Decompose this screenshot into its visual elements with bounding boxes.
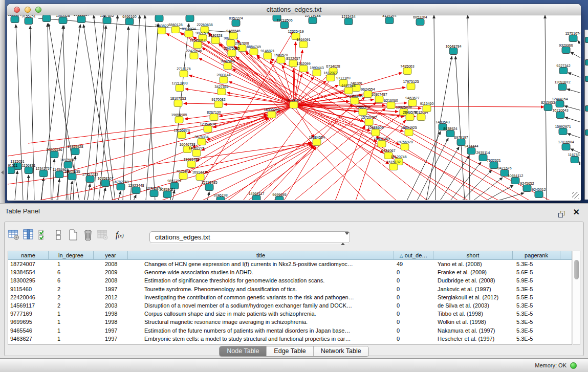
graph-edge[interactable] (565, 117, 580, 122)
table-row[interactable]: 911546021997Tourette syndrome. Phenomeno… (8, 285, 572, 293)
graph-node[interactable]: 7485063 (400, 64, 414, 75)
graph-node[interactable]: 12213393 (171, 81, 187, 92)
window-titlebar[interactable]: citations_edges.txt (7, 4, 581, 15)
graph-node[interactable]: 18107553 (170, 97, 186, 107)
graph-edge[interactable] (207, 192, 209, 200)
graph-node[interactable]: 2718176 (177, 67, 190, 77)
graph-node[interactable]: 7986372 (356, 105, 369, 116)
graph-edge[interactable] (473, 178, 503, 200)
graph-node[interactable]: 8267130 (207, 111, 221, 121)
graph-node[interactable]: 12093872 (554, 80, 570, 91)
graph-node[interactable]: 9242848 (221, 59, 234, 70)
graph-edge[interactable] (118, 191, 121, 200)
graph-edge[interactable] (567, 89, 580, 93)
graph-edge[interactable] (223, 146, 314, 200)
graph-edge[interactable] (189, 75, 294, 105)
graph-edge[interactable] (48, 24, 51, 200)
network-svg[interactable]: 1872400722420046271817612213393181075531… (8, 15, 580, 200)
tab-network-table[interactable]: Network Table (314, 346, 368, 356)
function-builder-icon[interactable]: f(x) (116, 230, 124, 239)
graph-edge[interactable] (462, 170, 492, 200)
network-canvas[interactable]: 1872400722420046271817612213393181075531… (8, 15, 580, 200)
graph-node[interactable]: 1527602 (100, 15, 114, 24)
graph-edge[interactable] (571, 52, 580, 58)
table-row[interactable]: 946554611997Estimation of the future num… (8, 326, 572, 335)
graph-edge[interactable] (224, 104, 294, 105)
column-header-short[interactable]: short (433, 251, 513, 260)
graph-node[interactable]: 7963822 (155, 24, 168, 34)
table-row[interactable]: 1830029562008Estimation of significance … (8, 276, 572, 285)
graph-node[interactable]: 22420046 (186, 49, 202, 59)
graph-node[interactable]: 8124544 (382, 15, 396, 24)
graph-node[interactable]: 1864091 (296, 38, 310, 48)
column-header-out_de[interactable]: △out_de… (394, 251, 433, 260)
graph-node[interactable]: 1362099 (296, 62, 310, 72)
tab-node-table[interactable]: Node Table (220, 346, 267, 356)
graph-edge[interactable] (294, 105, 314, 138)
graph-node[interactable]: 19654985 (171, 113, 187, 123)
select-columns-icon[interactable] (37, 229, 50, 241)
graph-node[interactable]: 9155751 (21, 15, 35, 25)
graph-node[interactable]: 9227342 (556, 64, 570, 74)
graph-node[interactable]: 8878334 (194, 135, 208, 145)
graph-edge[interactable] (146, 24, 158, 200)
row-height-icon[interactable] (52, 229, 64, 241)
table-row[interactable]: 969969511998Structural magnetic resonanc… (8, 318, 572, 326)
graph-node[interactable]: 8912934 (182, 27, 195, 37)
graph-edge[interactable] (41, 178, 43, 200)
graph-edge[interactable] (172, 190, 175, 200)
column-header-title[interactable]: title (128, 251, 394, 260)
graph-node[interactable]: 15751074 (565, 32, 580, 42)
graph-node[interactable]: 16648784 (445, 45, 461, 55)
graph-node[interactable]: 1661377 (8, 15, 21, 23)
graph-edge[interactable] (70, 181, 72, 200)
graph-node[interactable]: 16782759 (113, 180, 128, 190)
graph-edge[interactable] (53, 159, 54, 200)
graph-edge[interactable] (28, 114, 267, 143)
graph-edge[interactable] (145, 15, 155, 200)
float-window-icon[interactable] (558, 211, 565, 218)
graph-node[interactable]: 19756928 (397, 140, 412, 150)
graph-node[interactable]: 2803144 (216, 73, 230, 83)
graph-edge[interactable] (294, 115, 400, 200)
graph-edge[interactable] (306, 72, 530, 200)
graph-edge[interactable] (434, 15, 435, 200)
delete-column-icon[interactable] (82, 229, 94, 241)
graph-node[interactable]: 9329966 (559, 43, 573, 54)
table-row[interactable]: 946362711997Embryonic stem cells: a mode… (8, 335, 572, 343)
graph-node[interactable]: 19166829 (173, 128, 189, 139)
graph-node[interactable]: 17957223 (82, 172, 98, 183)
graph-node[interactable]: 16033809 (151, 15, 167, 22)
graph-node[interactable]: 16210643 (552, 108, 568, 119)
graph-node[interactable]: 17359928 (67, 145, 83, 155)
graph-node[interactable]: 9245012 (532, 188, 546, 198)
graph-node[interactable]: 6466160 (122, 15, 136, 25)
graph-node[interactable]: 19218506 (276, 18, 292, 29)
graph-node[interactable]: 15992971 (555, 125, 571, 135)
column-header-pagerank[interactable]: pagerank (513, 251, 560, 260)
table-row[interactable]: 2242004622012Investigating the contribut… (8, 293, 572, 301)
table-scrollbar[interactable] (573, 251, 580, 345)
show-column-icon[interactable] (23, 229, 35, 241)
graph-edge[interactable] (294, 105, 403, 131)
graph-edge[interactable] (578, 40, 580, 46)
left-panel-divider[interactable] (0, 0, 5, 203)
graph-node[interactable]: 1612072 (323, 71, 337, 81)
graph-node[interactable]: 1990443 (310, 66, 323, 76)
graph-edge[interactable] (568, 73, 580, 78)
table-mode-icon[interactable] (8, 229, 20, 241)
graph-node[interactable]: 17975125 (403, 80, 419, 90)
graph-edge[interactable] (15, 171, 17, 200)
graph-node[interactable]: 20206536 (46, 148, 62, 158)
graph-node[interactable]: 9170082 (211, 98, 225, 108)
graph-node[interactable]: 9463627 (405, 96, 419, 106)
table-row[interactable]: 1456911722003Disruption of a novel membe… (8, 301, 572, 310)
resize-grip-icon[interactable] (572, 192, 579, 199)
graph-edge[interactable] (498, 193, 524, 200)
table-scrollbar-thumb[interactable] (574, 260, 579, 279)
graph-node[interactable]: 16975887 (60, 158, 76, 168)
graph-edge[interactable] (181, 33, 499, 200)
column-header-year[interactable]: year (94, 251, 128, 260)
collapse-arrow-icon[interactable] (1, 170, 4, 174)
new-column-icon[interactable] (67, 229, 79, 241)
